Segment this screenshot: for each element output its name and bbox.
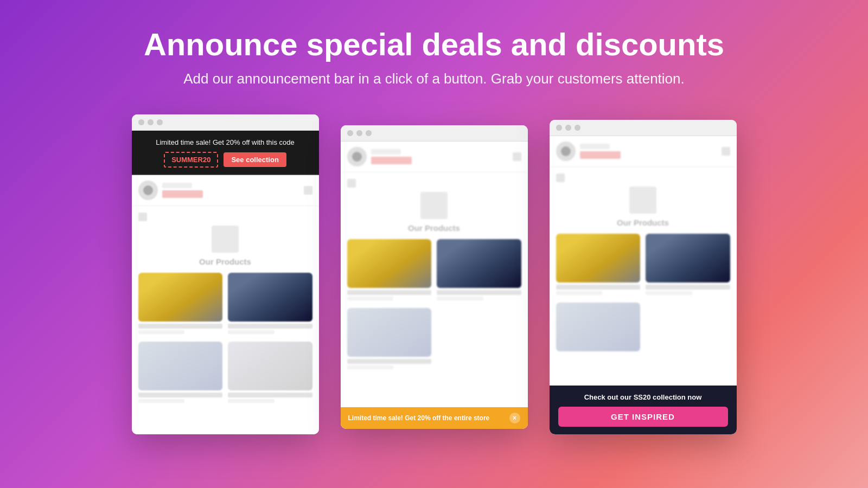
right-product-img-1 (556, 234, 641, 282)
center-content: Our Products (341, 142, 528, 429)
product-card-2 (228, 273, 312, 336)
browser-dot-2 (148, 119, 154, 125)
browser-bar-center (341, 125, 528, 142)
product-grid-left (138, 273, 312, 405)
browser-bar-left (132, 114, 319, 131)
coupon-code[interactable]: SUMMER20 (164, 152, 218, 168)
left-content: Our Products (132, 175, 319, 434)
page-subtitle: Add our announcement bar in a click of a… (144, 70, 724, 87)
right-product-3 (556, 303, 641, 351)
browser-dot-r1 (556, 125, 562, 131)
center-product-img-3 (347, 308, 432, 357)
shop-name-left (162, 183, 203, 198)
shop-logo-center (347, 147, 367, 166)
product-img-4 (228, 342, 312, 390)
featured-block-right (629, 187, 656, 214)
center-product-2 (437, 239, 521, 303)
center-product-img-2 (437, 239, 521, 288)
right-product-img-3 (556, 303, 641, 351)
right-product-img-2 (646, 234, 730, 282)
product-img-2 (228, 273, 312, 322)
right-product-1 (556, 234, 641, 297)
browser-dot-3 (157, 119, 163, 125)
browser-dot-r2 (565, 125, 571, 131)
dark-bottom-panel: Check out our SS20 collection now GET IN… (550, 386, 737, 434)
dark-panel-text: Check out our SS20 collection now (584, 393, 702, 401)
mockup-right: Our Products Check out (550, 120, 737, 434)
browser-dot-c1 (347, 130, 353, 136)
close-button-center[interactable]: × (509, 413, 520, 423)
product-grid-right (556, 234, 730, 351)
center-product-3 (347, 308, 432, 371)
product-img-1 (138, 273, 223, 322)
product-grid-center (347, 239, 521, 371)
nav-icon-center (513, 152, 521, 161)
orange-bottom-bar[interactable]: Limited time sale! Get 20% off the entir… (341, 407, 528, 429)
page-title: Announce special deals and discounts (144, 27, 724, 62)
products-title-right: Our Products (556, 218, 730, 227)
search-icon-right (556, 174, 565, 182)
shop-logo-left (138, 181, 158, 200)
see-collection-button[interactable]: See collection (224, 152, 286, 167)
search-icon-left (138, 213, 147, 221)
mockup-left: Limited time sale! Get 20% off with this… (132, 114, 319, 434)
nav-icon-left (304, 186, 312, 195)
announcement-text: Limited time sale! Get 20% off with this… (156, 138, 295, 146)
mockups-container: Limited time sale! Get 20% off with this… (99, 114, 769, 434)
page-header: Announce special deals and discounts Add… (133, 0, 735, 98)
center-product-img-1 (347, 239, 432, 288)
shop-name-right (580, 144, 621, 159)
announcement-buttons: SUMMER20 See collection (164, 152, 286, 168)
announcement-bar: Limited time sale! Get 20% off with this… (132, 131, 319, 175)
products-title-left: Our Products (138, 257, 312, 266)
product-img-3 (138, 342, 223, 390)
right-product-2 (646, 234, 730, 297)
mockup-center: Our Products (341, 125, 528, 429)
browser-dot-c2 (356, 130, 362, 136)
browser-dot-1 (138, 119, 144, 125)
nav-icon-right (722, 147, 730, 156)
product-card-1 (138, 273, 223, 336)
browser-bar-right (550, 120, 737, 136)
featured-block-left (212, 226, 239, 253)
browser-dot-r3 (575, 125, 580, 131)
featured-block-center (420, 192, 448, 219)
products-title-center: Our Products (347, 223, 521, 233)
orange-bar-text: Limited time sale! Get 20% off the entir… (348, 414, 490, 422)
browser-dot-c3 (366, 130, 372, 136)
get-inspired-button[interactable]: GET INSPIRED (558, 407, 728, 427)
shop-logo-right (556, 142, 576, 161)
product-card-3 (138, 342, 223, 405)
product-card-4 (228, 342, 312, 405)
center-product-1 (347, 239, 432, 303)
search-icon-center (347, 179, 356, 188)
shop-name-center (371, 149, 412, 164)
